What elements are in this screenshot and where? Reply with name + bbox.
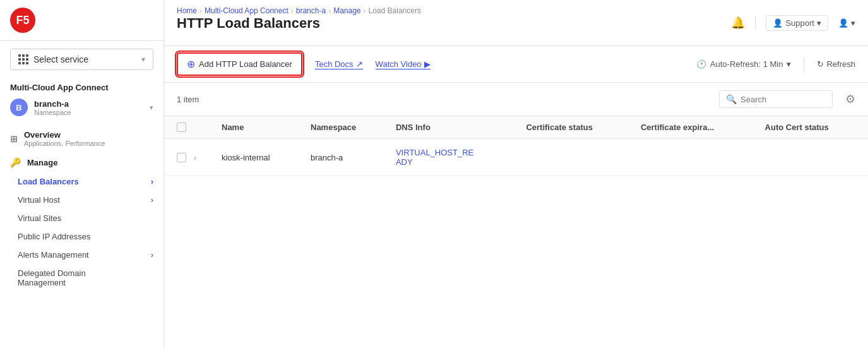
header-actions: 🔔 👤 Support ▾ 👤 ▾ (731, 15, 855, 31)
item-count: 1 item (177, 95, 199, 104)
manage-label: Manage (27, 158, 57, 167)
refresh-label: Refresh (826, 59, 855, 69)
main-content: Home › Multi-Cloud App Connect › branch-… (164, 0, 868, 348)
support-label: Support (785, 18, 814, 28)
support-button[interactable]: 👤 Support ▾ (766, 15, 828, 31)
manage-icon: 🔑 (10, 157, 21, 167)
overview-nav-item[interactable]: ⊞ Overview Applications, Performance (0, 125, 163, 152)
header-name: Name (214, 116, 303, 139)
namespace-info: branch-a Namespace (34, 99, 71, 116)
row-dns-info[interactable]: VIRTUAL_HOST_READY (388, 139, 518, 176)
row-expand-cell: › (194, 139, 214, 176)
alerts-label: Alerts Management (18, 250, 89, 260)
select-service-dropdown[interactable]: Select service ▾ (10, 49, 153, 70)
public-ip-label: Public IP Addresses (18, 232, 90, 241)
chevron-down-icon: ▾ (141, 55, 145, 64)
search-icon: 🔍 (726, 94, 737, 104)
breadcrumb: Home › Multi-Cloud App Connect › branch-… (177, 6, 721, 15)
support-chevron-icon: ▾ (817, 18, 821, 28)
tech-docs-label: Tech Docs (315, 59, 354, 69)
sidebar-item-virtual-host[interactable]: Virtual Host › (0, 191, 163, 209)
header-dns-info: DNS Info (388, 116, 518, 139)
row-expand-icon[interactable]: › (194, 153, 196, 162)
add-http-load-balancer-button[interactable]: ⊕ Add HTTP Load Balancer (177, 52, 302, 76)
namespace-avatar: B (10, 99, 28, 116)
chevron-right-icon: › (151, 195, 153, 205)
play-icon: ▶ (424, 59, 431, 69)
user-button[interactable]: 👤 ▾ (838, 18, 855, 28)
table-row[interactable]: › kiosk-internal branch-a VIRTUAL_HOST_R… (164, 139, 868, 176)
plus-icon: ⊕ (187, 58, 195, 70)
virtual-sites-label: Virtual Sites (18, 213, 61, 223)
table-body: › kiosk-internal branch-a VIRTUAL_HOST_R… (164, 139, 868, 176)
select-service-label: Select service (33, 54, 136, 64)
header-namespace: Namespace (303, 116, 388, 139)
top-header: Home › Multi-Cloud App Connect › branch-… (164, 0, 868, 46)
chevron-right-icon: › (151, 177, 153, 186)
breadcrumb-home[interactable]: Home (177, 6, 197, 15)
overview-label: Overview (24, 130, 105, 140)
watch-video-label: Watch Video (376, 59, 422, 69)
tech-docs-link[interactable]: Tech Docs ↗ (315, 59, 363, 69)
chevron-right-icon: › (151, 250, 153, 260)
settings-icon[interactable]: ⚙ (845, 92, 855, 106)
header-cert-status: Certificate status (518, 116, 633, 139)
row-namespace: branch-a (303, 139, 388, 176)
table-header: Name Namespace DNS Info Certificate stat… (164, 116, 868, 139)
page-title: HTTP Load Balancers (177, 15, 721, 39)
row-auto-cert (758, 139, 868, 176)
virtual-host-label: Virtual Host (18, 195, 60, 205)
delegated-domain-label2: Management (18, 278, 66, 287)
manage-nav-header: 🔑 Manage (0, 152, 163, 172)
overview-sub: Applications, Performance (24, 140, 105, 147)
clock-icon: 🕐 (696, 59, 706, 69)
namespace-sub: Namespace (34, 109, 71, 116)
row-cert-expiry (633, 139, 758, 176)
bell-icon[interactable]: 🔔 (731, 16, 745, 30)
table-meta: 1 item 🔍 ⚙ (164, 83, 868, 116)
watch-video-link[interactable]: Watch Video ▶ (376, 59, 431, 69)
row-checkbox[interactable] (177, 153, 186, 162)
breadcrumb-sep3: › (328, 6, 331, 15)
sidebar-item-alerts[interactable]: Alerts Management › (0, 246, 163, 264)
search-box[interactable]: 🔍 (719, 90, 833, 108)
toolbar-divider (804, 57, 804, 72)
grid-icon (18, 54, 28, 64)
breadcrumb-sep1: › (199, 6, 202, 15)
overview-labels: Overview Applications, Performance (24, 130, 105, 147)
header-expand-cell (194, 116, 214, 139)
add-button-label: Add HTTP Load Balancer (199, 59, 292, 69)
header-left: Home › Multi-Cloud App Connect › branch-… (177, 6, 721, 39)
select-all-checkbox[interactable] (177, 123, 186, 132)
user-icon: 👤 (838, 18, 848, 28)
auto-refresh-control[interactable]: 🕐 Auto-Refresh: 1 Min ▾ (696, 59, 792, 69)
header-checkbox-cell (164, 116, 194, 139)
dns-info-link[interactable]: VIRTUAL_HOST_READY (396, 148, 473, 167)
refresh-button[interactable]: ↻ Refresh (817, 59, 855, 69)
sidebar-item-delegated-domain[interactable]: Delegated Domain Management (0, 264, 163, 292)
search-input[interactable] (740, 95, 826, 104)
sidebar: F5 Select service ▾ Multi-Cloud App Conn… (0, 0, 164, 348)
auto-refresh-label: Auto-Refresh: 1 Min (710, 59, 783, 69)
overview-icon: ⊞ (10, 134, 18, 144)
divider (755, 15, 756, 30)
load-balancers-label: Load Balancers (18, 177, 79, 186)
breadcrumb-manage[interactable]: Manage (333, 6, 360, 15)
support-icon: 👤 (773, 18, 783, 28)
header-cert-expiry: Certificate expira... (633, 116, 758, 139)
sidebar-item-public-ip[interactable]: Public IP Addresses (0, 227, 163, 246)
row-name[interactable]: kiosk-internal (214, 139, 303, 176)
external-link-icon: ↗ (356, 59, 363, 69)
breadcrumb-sep4: › (364, 6, 366, 15)
content-area: 1 item 🔍 ⚙ Name Namespace DNS Info Certi… (164, 83, 868, 348)
breadcrumb-multicloud[interactable]: Multi-Cloud App Connect (205, 6, 288, 15)
nav-section: ⊞ Overview Applications, Performance 🔑 M… (0, 120, 163, 297)
delegated-domain-label: Delegated Domain (18, 268, 86, 278)
breadcrumb-sep2: › (291, 6, 294, 15)
load-balancers-table: Name Namespace DNS Info Certificate stat… (164, 116, 868, 176)
sidebar-item-load-balancers[interactable]: Load Balancers › (0, 172, 163, 191)
breadcrumb-branch[interactable]: branch-a (296, 6, 326, 15)
namespace-item[interactable]: B branch-a Namespace ▾ (0, 95, 163, 120)
sidebar-item-virtual-sites[interactable]: Virtual Sites (0, 209, 163, 227)
refresh-icon: ↻ (817, 59, 824, 69)
